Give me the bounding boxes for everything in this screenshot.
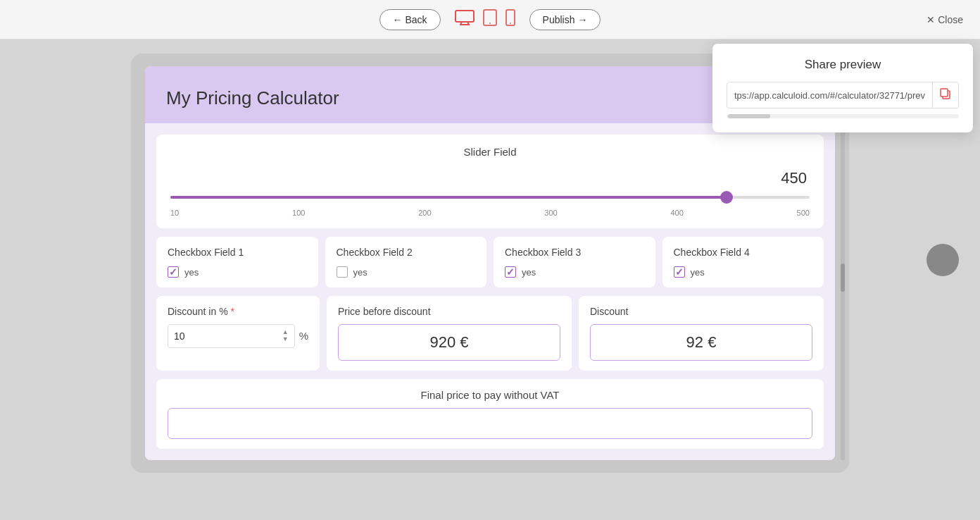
back-label: ← Back: [393, 14, 427, 25]
svg-point-7: [510, 23, 511, 24]
toolbar-center: ← Back: [379, 9, 601, 30]
checkbox-2-title: Checkbox Field 2: [337, 247, 476, 258]
tablet-scrollbar-thumb: [841, 264, 845, 292]
price-before-title: Price before discount: [338, 306, 560, 317]
final-price-card: Final price to pay without VAT: [156, 379, 824, 449]
required-star: *: [230, 306, 234, 317]
slider-labels: 10 100 200 300 400 500: [170, 209, 810, 217]
share-preview-popup: Share preview tps://app.calculoid.com/#/…: [712, 44, 973, 132]
checkbox-card-2: Checkbox Field 2 yes: [325, 237, 487, 287]
monitor-icon[interactable]: [455, 10, 475, 30]
discount-pct-card: Discount in % * 10 ▲ ▼ %: [156, 296, 320, 371]
share-url-row: tps://app.calculoid.com/#/calculator/327…: [727, 82, 959, 109]
checkbox-4-title: Checkbox Field 4: [674, 247, 813, 258]
checkbox-card-3: Checkbox Field 3 ✓ yes: [494, 237, 655, 287]
phone-icon[interactable]: [505, 9, 515, 30]
discount-title: Discount: [590, 306, 812, 317]
publish-label: Publish →: [543, 14, 588, 25]
checkbox-4-item[interactable]: ✓ yes: [674, 266, 813, 278]
spinner-down[interactable]: ▼: [282, 336, 289, 343]
checkbox-2-value: yes: [353, 267, 367, 278]
device-icons: [455, 9, 515, 30]
svg-rect-0: [456, 11, 474, 22]
share-url-text: tps://app.calculoid.com/#/calculator/327…: [727, 85, 932, 106]
checkbox-1-box[interactable]: ✓: [168, 266, 179, 278]
back-button[interactable]: ← Back: [379, 9, 441, 30]
checkbox-3-title: Checkbox Field 3: [505, 247, 644, 258]
scroll-circle: [926, 244, 959, 276]
slider-card: Slider Field 450 10 100 200 300 400: [156, 135, 824, 228]
checkbox-3-box[interactable]: ✓: [505, 266, 516, 278]
slider-mark-300: 300: [544, 209, 557, 217]
slider-mark-500: 500: [797, 209, 810, 217]
svg-point-5: [489, 23, 491, 24]
share-scrollbar-thumb: [728, 114, 770, 118]
slider-label: Slider Field: [170, 146, 810, 158]
checkbox-1-title: Checkbox Field 1: [168, 247, 307, 258]
price-before-card: Price before discount 920 €: [327, 296, 572, 371]
price-before-value: 920 €: [338, 324, 560, 361]
discount-pct-input-row: 10 ▲ ▼ %: [168, 324, 308, 348]
slider-track-container: [170, 190, 810, 204]
checkbox-2-item[interactable]: yes: [337, 266, 476, 278]
svg-rect-9: [941, 89, 948, 97]
discount-pct-value: 10: [174, 330, 185, 342]
publish-button[interactable]: Publish →: [529, 9, 601, 30]
slider-value: 450: [170, 169, 810, 187]
final-price-title: Final price to pay without VAT: [168, 389, 812, 401]
discount-pct-title: Discount in % *: [168, 306, 308, 317]
share-preview-title: Share preview: [727, 58, 959, 72]
share-scrollbar[interactable]: [727, 114, 959, 118]
checkbox-1-checkmark: ✓: [169, 266, 177, 278]
checkbox-3-value: yes: [522, 267, 536, 278]
slider-thumb[interactable]: [720, 191, 733, 204]
checkbox-2-box[interactable]: [337, 266, 348, 278]
checkbox-1-item[interactable]: ✓ yes: [168, 266, 307, 278]
pricing-row: Discount in % * 10 ▲ ▼ %: [156, 296, 824, 371]
checkbox-3-checkmark: ✓: [506, 266, 515, 278]
slider-track: [170, 196, 810, 199]
checkbox-4-checkmark: ✓: [675, 266, 684, 278]
close-label: Close: [938, 14, 963, 25]
toolbar: ← Back: [0, 0, 980, 39]
discount-pct-unit: %: [299, 330, 308, 342]
discount-card: Discount 92 €: [579, 296, 824, 371]
close-x: ✕: [926, 14, 935, 25]
checkbox-card-1: Checkbox Field 1 ✓ yes: [156, 237, 318, 287]
checkbox-4-box[interactable]: ✓: [674, 266, 685, 278]
checkbox-1-value: yes: [184, 267, 199, 278]
checkbox-3-item[interactable]: ✓ yes: [505, 266, 644, 278]
checkbox-row: Checkbox Field 1 ✓ yes Checkbox Field 2: [156, 237, 824, 287]
tablet-icon[interactable]: [483, 9, 497, 30]
copy-url-button[interactable]: [932, 82, 958, 108]
spinner-arrows[interactable]: ▲ ▼: [282, 329, 289, 343]
slider-mark-100: 100: [292, 209, 305, 217]
final-price-input: [168, 408, 812, 439]
slider-fill: [170, 196, 727, 199]
slider-mark-10: 10: [170, 209, 179, 217]
checkbox-card-4: Checkbox Field 4 ✓ yes: [662, 237, 824, 287]
slider-mark-400: 400: [670, 209, 683, 217]
discount-pct-input[interactable]: 10 ▲ ▼: [168, 324, 295, 348]
discount-value: 92 €: [590, 324, 812, 361]
checkbox-4-value: yes: [691, 267, 705, 278]
calc-body: Slider Field 450 10 100 200 300 400: [145, 123, 835, 460]
slider-mark-200: 200: [418, 209, 431, 217]
close-button[interactable]: ✕ Close: [926, 14, 963, 25]
